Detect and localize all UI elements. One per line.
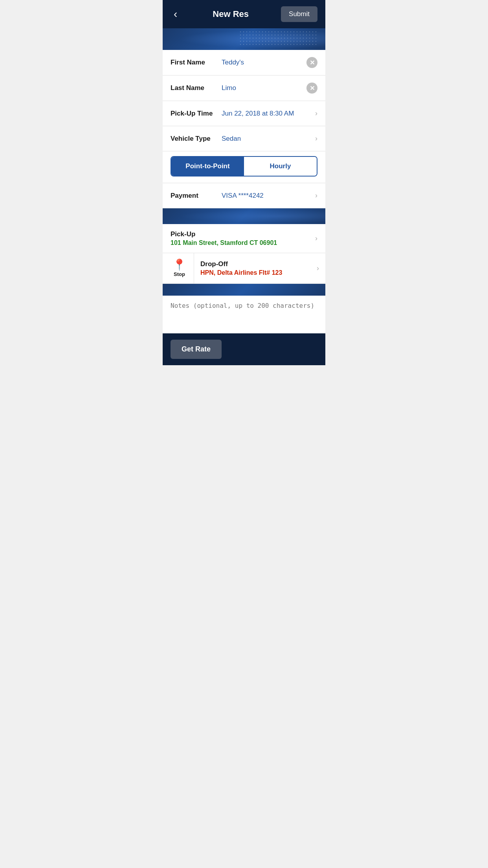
pickup-time-value: Jun 22, 2018 at 8:30 AM bbox=[222, 110, 315, 118]
last-name-row: Last Name ✕ bbox=[163, 75, 325, 101]
back-button[interactable]: ‹ bbox=[171, 6, 180, 22]
notes-input[interactable] bbox=[171, 302, 317, 326]
last-name-label: Last Name bbox=[171, 84, 222, 92]
last-name-input[interactable] bbox=[222, 84, 306, 92]
form-section: First Name ✕ Last Name ✕ Pick-Up Time Ju… bbox=[163, 50, 325, 208]
pickup-row[interactable]: Pick-Up 101 Main Street, Stamford CT 069… bbox=[163, 224, 325, 253]
last-name-clear-button[interactable]: ✕ bbox=[306, 83, 317, 94]
stop-icon-column[interactable]: 📍 Stop bbox=[163, 253, 194, 283]
first-name-clear-button[interactable]: ✕ bbox=[306, 57, 317, 68]
point-to-point-button[interactable]: Point-to-Point bbox=[171, 157, 244, 176]
payment-row[interactable]: Payment VISA ****4242 › bbox=[163, 183, 325, 208]
get-rate-button[interactable]: Get Rate bbox=[171, 340, 222, 359]
pickup-label: Pick-Up bbox=[171, 230, 315, 238]
trip-type-toggle: Point-to-Point Hourly bbox=[171, 156, 317, 177]
trip-type-toggle-container: Point-to-Point Hourly bbox=[163, 151, 325, 183]
pickup-text-block: Pick-Up 101 Main Street, Stamford CT 069… bbox=[171, 230, 315, 246]
dropoff-text-block: Drop-Off HPN, Delta Airlines Flt# 123 bbox=[200, 260, 317, 276]
dropoff-chevron-icon: › bbox=[317, 264, 319, 272]
payment-chevron-icon: › bbox=[315, 191, 317, 200]
header: ‹ New Res Submit bbox=[163, 0, 325, 28]
payment-label: Payment bbox=[171, 192, 222, 200]
first-name-input[interactable] bbox=[222, 59, 306, 66]
dropoff-label: Drop-Off bbox=[200, 260, 317, 268]
page-title: New Res bbox=[180, 9, 281, 19]
first-name-row: First Name ✕ bbox=[163, 50, 325, 75]
stop-dropoff-row: 📍 Stop Drop-Off HPN, Delta Airlines Flt#… bbox=[163, 253, 325, 284]
dropoff-content[interactable]: Drop-Off HPN, Delta Airlines Flt# 123 › bbox=[194, 254, 325, 283]
pickup-chevron-icon: › bbox=[315, 234, 317, 243]
pickup-value: 101 Main Street, Stamford CT 06901 bbox=[171, 239, 315, 246]
vehicle-type-row[interactable]: Vehicle Type Sedan › bbox=[163, 126, 325, 151]
first-name-label: First Name bbox=[171, 59, 222, 66]
phone-container: ‹ New Res Submit First Name ✕ Last Name … bbox=[163, 0, 325, 365]
vehicle-type-label: Vehicle Type bbox=[171, 135, 222, 143]
top-banner bbox=[163, 28, 325, 50]
pickup-time-chevron-icon: › bbox=[315, 109, 317, 118]
vehicle-type-value: Sedan bbox=[222, 135, 315, 143]
payment-value: VISA ****4242 bbox=[222, 192, 315, 200]
dropoff-value: HPN, Delta Airlines Flt# 123 bbox=[200, 269, 317, 276]
pickup-time-row[interactable]: Pick-Up Time Jun 22, 2018 at 8:30 AM › bbox=[163, 101, 325, 126]
notes-section bbox=[163, 296, 325, 333]
footer: Get Rate bbox=[163, 333, 325, 365]
banner-decoration bbox=[239, 30, 317, 46]
vehicle-type-chevron-icon: › bbox=[315, 134, 317, 143]
location-section: Pick-Up 101 Main Street, Stamford CT 069… bbox=[163, 224, 325, 284]
pickup-time-label: Pick-Up Time bbox=[171, 110, 222, 118]
bottom-banner bbox=[163, 284, 325, 296]
submit-button[interactable]: Submit bbox=[281, 6, 317, 22]
hourly-button[interactable]: Hourly bbox=[244, 157, 317, 176]
mid-banner bbox=[163, 208, 325, 224]
stop-pin-icon: 📍 bbox=[172, 259, 186, 270]
stop-label: Stop bbox=[174, 271, 185, 277]
